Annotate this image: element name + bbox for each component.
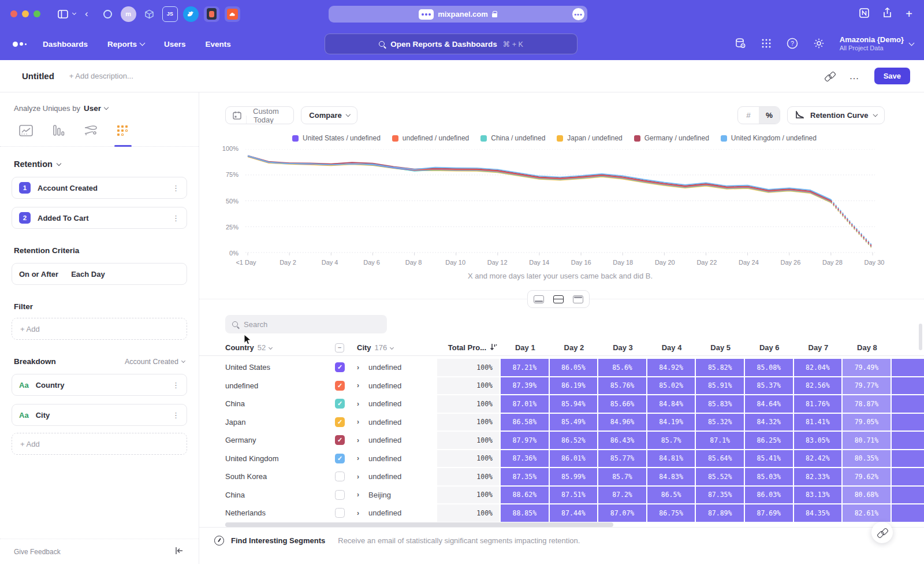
browser-sidebar-icon[interactable] (58, 10, 68, 18)
row-checkbox[interactable]: ✓ (335, 472, 345, 481)
table-row[interactable]: undefined ✓ › undefined 100% 87.39%86.19… (199, 377, 924, 395)
retention-value-cell[interactable]: 85.64% (696, 450, 745, 467)
retention-value-cell[interactable]: 79.62% (843, 468, 892, 485)
report-description-placeholder[interactable]: + Add description... (69, 72, 133, 80)
report-title[interactable]: Untitled (22, 71, 54, 81)
kebab-menu-icon[interactable]: ⋮ (172, 184, 180, 192)
filter-add-button[interactable]: + Add (12, 318, 187, 340)
retention-value-cell[interactable]: 85.52% (696, 468, 745, 485)
legend-item[interactable]: China / undefined (480, 134, 545, 142)
retention-value-cell[interactable]: 86.01% (550, 450, 599, 467)
kebab-menu-icon[interactable]: ⋮ (172, 381, 180, 389)
retention-value-cell[interactable]: 87.39% (501, 377, 550, 395)
retention-value-cell[interactable]: 80.71% (843, 432, 892, 449)
retention-value-cell[interactable]: 85.82% (696, 359, 745, 376)
retention-value-cell[interactable]: 85.6% (598, 359, 647, 376)
nav-events[interactable]: Events (206, 40, 231, 49)
help-icon[interactable]: ? (787, 38, 798, 51)
date-range-option[interactable]: Custom (246, 107, 293, 116)
browser-chevron-down-icon[interactable] (73, 13, 76, 14)
tab-flows[interactable] (82, 123, 99, 138)
retention-value-cell[interactable]: 82.42% (794, 450, 843, 467)
retention-value-cell[interactable]: 87.21% (501, 359, 550, 376)
retention-value-cell[interactable]: 85.83% (696, 395, 745, 413)
table-row[interactable]: United Kingdom ✓ › undefined 100% 87.36%… (199, 450, 924, 468)
retention-value-cell[interactable]: 85.94% (550, 395, 599, 413)
table-row[interactable]: China ✓ › Beijing 100% 88.62%87.51%87.2%… (199, 486, 924, 504)
tab-retention[interactable] (114, 123, 132, 138)
retention-value-cell[interactable]: 85.08% (745, 359, 794, 376)
step-added-to-cart[interactable]: 2 Added To Cart ⋮ (12, 207, 187, 229)
apps-grid-icon[interactable] (761, 38, 772, 50)
row-expand-icon[interactable]: › (357, 509, 359, 517)
table-row[interactable]: Japan ✓ › undefined 100% 86.58%85.49%84.… (199, 413, 924, 432)
analyze-value[interactable]: User (84, 104, 101, 113)
share-icon[interactable] (883, 8, 892, 20)
table-row[interactable]: China ✓ › undefined 100% 87.01%85.94%85.… (199, 395, 924, 413)
tab-insights[interactable] (17, 123, 35, 138)
column-total-sorted[interactable]: Total Pro... (437, 343, 501, 352)
row-checkbox[interactable]: ✓ (335, 362, 345, 372)
save-button[interactable]: Save (874, 68, 910, 84)
row-expand-icon[interactable]: › (357, 363, 359, 372)
retention-value-cell[interactable]: 87.69% (745, 504, 794, 522)
column-day[interactable]: Day 7 (794, 343, 843, 352)
kebab-menu-icon[interactable]: ⋮ (172, 214, 180, 222)
retention-value-cell[interactable]: 84.96% (598, 414, 647, 431)
extension-bird-icon[interactable] (183, 6, 199, 22)
extension-m-icon[interactable]: m (121, 6, 136, 22)
nav-reports[interactable]: Reports (107, 40, 144, 49)
step-account-created[interactable]: 1 Account Created ⋮ (12, 177, 187, 199)
kebab-menu-icon[interactable]: ⋮ (172, 411, 180, 420)
retention-value-cell[interactable]: 87.44% (550, 504, 599, 522)
retention-value-cell[interactable]: 84.81% (647, 450, 696, 467)
project-switcher[interactable]: Amazonia {Demo} All Project Data (840, 35, 914, 53)
vertical-scrollbar[interactable] (919, 324, 922, 350)
browser-back-icon[interactable]: ‹ (85, 8, 88, 20)
horizontal-scrollbar[interactable] (225, 522, 613, 527)
report-more-icon[interactable]: ... (850, 71, 859, 81)
legend-item[interactable]: Japan / undefined (557, 134, 622, 142)
retention-value-cell[interactable]: 84.84% (647, 395, 696, 413)
column-day[interactable]: Day 5 (696, 343, 745, 352)
extension-ring-icon[interactable] (100, 6, 116, 22)
column-day[interactable]: Day 4 (647, 343, 696, 352)
retention-value-cell[interactable]: 85.91% (696, 377, 745, 395)
retention-value-cell[interactable]: 80.68% (843, 487, 892, 504)
retention-value-cell[interactable]: 85.7% (598, 468, 647, 485)
retention-section-toggle[interactable]: Retention (14, 159, 199, 169)
retention-value-cell[interactable]: 84.64% (745, 395, 794, 413)
column-day[interactable]: Day 2 (550, 343, 599, 352)
row-checkbox[interactable]: ✓ (335, 454, 345, 463)
retention-value-cell[interactable]: 78.87% (843, 395, 892, 413)
legend-item[interactable]: United States / undefined (292, 134, 381, 142)
row-checkbox[interactable]: ✓ (335, 399, 345, 409)
calendar-icon[interactable] (226, 107, 246, 124)
row-checkbox[interactable]: ✓ (335, 490, 345, 500)
retention-value-cell[interactable]: 85.66% (598, 395, 647, 413)
retention-value-cell[interactable]: 86.43% (598, 432, 647, 449)
retention-value-cell[interactable]: 87.51% (550, 487, 599, 504)
retention-value-cell[interactable]: 82.61% (843, 504, 892, 522)
row-expand-icon[interactable]: › (357, 491, 359, 499)
settings-gear-icon[interactable] (813, 38, 825, 51)
retention-value-cell[interactable]: 83.05% (794, 432, 843, 449)
retention-value-cell[interactable]: 79.05% (843, 414, 892, 431)
retention-value-cell[interactable]: 86.5% (647, 487, 696, 504)
retention-value-cell[interactable]: 82.56% (794, 377, 843, 395)
new-tab-icon[interactable]: + (906, 8, 912, 21)
retention-value-cell[interactable]: 87.07% (598, 504, 647, 522)
zoom-window-button[interactable] (33, 10, 40, 17)
retention-value-cell[interactable]: 86.19% (550, 377, 599, 395)
retention-value-cell[interactable]: 86.52% (550, 432, 599, 449)
table-row[interactable]: United States ✓ › undefined 100% 87.21%8… (199, 358, 924, 377)
retention-value-cell[interactable]: 85.41% (745, 450, 794, 467)
extension-cube-icon[interactable] (141, 6, 157, 22)
site-options-icon[interactable]: ••• (572, 8, 584, 20)
retention-value-cell[interactable]: 84.83% (647, 468, 696, 485)
column-day[interactable]: Day 1 (501, 343, 550, 352)
row-checkbox[interactable]: ✓ (335, 435, 345, 445)
retention-value-cell[interactable]: 85.02% (647, 377, 696, 395)
traffic-lights[interactable] (10, 10, 45, 17)
criteria-each-day[interactable]: Each Day (71, 270, 105, 279)
